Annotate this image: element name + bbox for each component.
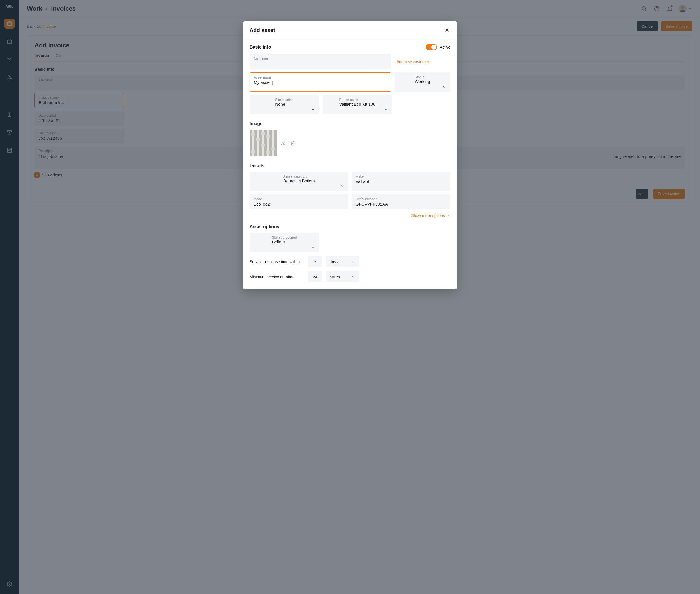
skill-select[interactable]: Skill set required Boilers [249, 233, 319, 252]
chevron-down-icon [311, 245, 315, 249]
serial-field[interactable]: Serial number GFCVVFF332AA [352, 194, 451, 209]
response-label: Service response time within [249, 259, 304, 264]
show-more-options-link[interactable]: Show more options [411, 213, 451, 218]
min-duration-value-input[interactable]: 24 [308, 271, 322, 283]
svg-rect-23 [271, 147, 275, 150]
min-duration-label: Minimum service duration [249, 274, 304, 279]
site-location-select[interactable]: Site location None [249, 95, 319, 114]
add-new-customer-link[interactable]: Add new customer [394, 60, 451, 64]
svg-rect-22 [266, 135, 270, 138]
modal-title: Add asset [249, 27, 275, 33]
section-details: Details [249, 163, 451, 168]
chevron-down-icon [311, 107, 315, 111]
response-value-input[interactable]: 3 [308, 256, 322, 267]
chevron-down-icon [446, 213, 451, 217]
svg-rect-25 [261, 132, 265, 135]
asset-category-select[interactable]: Assset category Domestic Boilers [249, 172, 348, 191]
svg-rect-21 [261, 143, 265, 146]
chevron-down-icon [442, 85, 446, 89]
chevron-down-icon [384, 107, 388, 111]
asset-name-field[interactable]: Asset name My asset [249, 72, 391, 92]
add-asset-modal: Add asset Basic info Active Customer Add… [243, 21, 457, 289]
section-image: Image [249, 121, 451, 126]
min-duration-unit-select[interactable]: hours [326, 271, 359, 283]
parent-asset-select[interactable]: Parent asset Vaillant Eco Kit 100 [323, 95, 392, 114]
edit-image-icon[interactable] [280, 140, 286, 146]
section-basic: Basic info [249, 44, 271, 50]
switch-icon [426, 44, 437, 50]
chevron-down-icon [352, 275, 355, 279]
svg-rect-26 [266, 151, 270, 154]
chevron-down-icon [340, 184, 344, 188]
modal-overlay: Add asset Basic info Active Customer Add… [0, 0, 700, 594]
close-icon[interactable] [444, 27, 451, 34]
make-field[interactable]: Make Valliant [352, 172, 451, 191]
svg-rect-24 [251, 150, 255, 153]
asset-image-thumb[interactable] [249, 130, 276, 157]
section-options: Asset options [249, 224, 451, 229]
svg-rect-20 [256, 138, 260, 141]
response-unit-select[interactable]: days [326, 256, 359, 267]
chevron-down-icon [352, 260, 355, 264]
model-field[interactable]: Model EcoTec24 [249, 194, 348, 209]
status-select[interactable]: Status Working [394, 72, 451, 92]
delete-image-icon[interactable] [290, 140, 296, 146]
customer-field[interactable]: Customer [249, 54, 391, 69]
svg-rect-19 [251, 133, 255, 136]
active-toggle[interactable]: Active [426, 44, 451, 50]
